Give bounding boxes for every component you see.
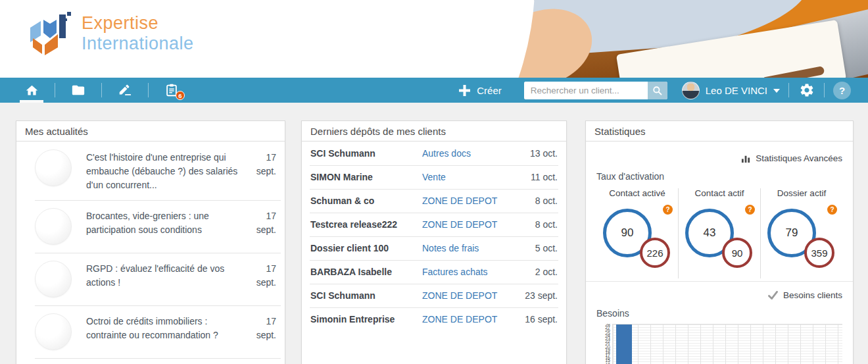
gauge-help-icon[interactable]: ? — [663, 205, 673, 215]
news-item-date: 17 sept. — [249, 151, 276, 192]
news-item[interactable]: Coronavirus (COVID-19) et Outre-mer : qu… — [16, 358, 285, 364]
user-menu[interactable]: Leo DE VINCI — [682, 82, 780, 99]
divider — [586, 281, 853, 282]
deposit-doc-link[interactable]: Notes de frais — [422, 242, 516, 253]
user-name: Leo DE VINCI — [706, 85, 767, 96]
gauge-contact-active: Contact activé 90 226 ? — [596, 188, 678, 278]
client-search — [524, 82, 667, 99]
search-button[interactable] — [648, 82, 667, 99]
deposit-client[interactable]: SIMON Marine — [310, 171, 422, 182]
gauge-secondary-value: 90 — [722, 238, 752, 268]
news-panel: Mes actualités C'est l'histoire d'une en… — [16, 120, 285, 364]
needs-chart-title: Besoins — [596, 308, 842, 319]
nav-separator — [148, 83, 149, 97]
table-row: Simonin Entreprise ZONE DE DEPOT 16 sept… — [302, 307, 566, 331]
nav-clients-folder[interactable] — [64, 78, 93, 103]
home-icon — [25, 84, 39, 97]
nav-separator — [788, 83, 789, 97]
gauge-contact-actif: Contact actif 43 90 ? — [678, 188, 760, 278]
deposit-doc-link[interactable]: ZONE DE DEPOT — [422, 290, 516, 301]
deposit-client[interactable]: Testcrea release222 — [310, 219, 422, 230]
news-item-title: RGPD : évaluez l'efficacité de vos actio… — [86, 262, 242, 290]
gauge-label: Contact actif — [679, 188, 760, 198]
deposit-date: 2 oct. — [516, 266, 558, 278]
deposit-client[interactable]: SCI Schumann — [310, 290, 422, 301]
gauge-secondary-value: 226 — [640, 238, 670, 268]
table-row: SCI Schumann Autres docs 13 oct. — [302, 142, 566, 165]
nav-tasks[interactable]: 6 — [157, 78, 186, 103]
nav-home[interactable] — [17, 78, 46, 103]
brand-logo-icon — [30, 11, 71, 57]
brand-logo[interactable]: Expertise Internationale — [30, 11, 194, 57]
needs-chart-plot — [612, 324, 842, 364]
main-navbar: 6 Créer Leo DE VINCI ? — [0, 78, 868, 103]
header-photo — [429, 0, 868, 78]
news-item-date: 17 sept. — [249, 262, 276, 290]
deposit-doc-link[interactable]: ZONE DE DEPOT — [422, 195, 516, 206]
deposit-doc-link[interactable]: Autres docs — [422, 147, 516, 159]
question-mark-icon: ? — [839, 85, 845, 96]
needs-legend-toggle[interactable]: Besoins clients — [596, 290, 842, 300]
brand-name-line2: Internationale — [82, 34, 194, 54]
table-row: BARBAZA Isabelle Factures achats 2 oct. — [302, 260, 566, 284]
deposit-client[interactable]: Dossier client 100 — [310, 242, 422, 253]
deposits-panel-title: Derniers dépôts de mes clients — [302, 121, 566, 142]
advanced-stats-link[interactable]: Statistiques Avancées — [596, 153, 842, 163]
gauge-dossier-actif: Dossier actif 79 359 ? — [760, 188, 842, 278]
create-button[interactable]: Créer — [459, 85, 502, 96]
nav-signature[interactable] — [110, 78, 139, 103]
news-item[interactable]: Brocantes, vide-greniers : une participa… — [16, 200, 285, 253]
bar-chart-icon — [741, 153, 751, 163]
search-input[interactable] — [524, 82, 648, 99]
deposit-date: 13 oct. — [516, 147, 558, 160]
stats-panel-title: Statistiques — [586, 121, 853, 142]
news-item-title: Brocantes, vide-greniers : une participa… — [86, 209, 242, 237]
deposit-client[interactable]: SCI Schumann — [310, 147, 422, 159]
news-thumbnail — [35, 261, 72, 298]
deposit-doc-link[interactable]: Factures achats — [422, 266, 516, 277]
needs-legend-label: Besoins clients — [783, 290, 842, 300]
page-header: Expertise Internationale — [0, 0, 868, 78]
news-panel-title: Mes actualités — [16, 121, 285, 142]
news-item[interactable]: Octroi de crédits immobiliers : contrain… — [16, 305, 285, 358]
deposit-doc-link[interactable]: Vente — [422, 171, 516, 182]
gauge-help-icon[interactable]: ? — [745, 205, 755, 215]
needs-chart: 282726252423222120191817161514 — [596, 324, 842, 364]
gauge-help-icon[interactable]: ? — [827, 205, 837, 215]
help-button[interactable]: ? — [833, 82, 851, 99]
deposit-date: 23 sept. — [516, 290, 558, 302]
needs-chart-bar[interactable] — [616, 325, 632, 364]
signature-icon — [118, 83, 132, 97]
deposit-date: 16 sept. — [516, 313, 558, 326]
news-thumbnail — [35, 313, 72, 350]
nav-separator — [824, 83, 825, 97]
deposit-doc-link[interactable]: ZONE DE DEPOT — [422, 313, 516, 325]
deposit-client[interactable]: Simonin Entreprise — [310, 313, 422, 325]
user-avatar — [682, 82, 700, 99]
news-thumbnail — [35, 149, 72, 186]
gauges-row: Contact activé 90 226 ? Contact actif 43… — [596, 188, 842, 278]
table-row: Schuman & co ZONE DE DEPOT 8 oct. — [302, 189, 566, 213]
table-row: Dossier client 100 Notes de frais 5 oct. — [302, 236, 566, 260]
gear-icon — [799, 82, 815, 98]
deposit-date: 8 oct. — [516, 195, 558, 207]
deposit-doc-link[interactable]: ZONE DE DEPOT — [422, 219, 516, 230]
activation-rate-label: Taux d'activation — [596, 171, 842, 182]
news-item[interactable]: C'est l'histoire d'une entreprise qui em… — [16, 142, 285, 200]
deposit-client[interactable]: BARBAZA Isabelle — [310, 266, 422, 277]
news-item-title: Octroi de crédits immobiliers : contrain… — [86, 315, 242, 342]
settings-button[interactable] — [798, 82, 815, 99]
folder-icon — [71, 83, 85, 97]
deposit-client[interactable]: Schuman & co — [310, 195, 422, 206]
deposit-date: 8 oct. — [516, 219, 558, 231]
table-row: Testcrea release222 ZONE DE DEPOT 8 oct. — [302, 213, 566, 236]
tasks-count-badge: 6 — [176, 91, 185, 100]
stats-panel: Statistiques Statistiques Avancées Taux … — [585, 120, 854, 364]
plus-icon — [459, 85, 470, 96]
news-item[interactable]: RGPD : évaluez l'efficacité de vos actio… — [16, 253, 285, 305]
news-item-date: 17 sept. — [249, 209, 276, 237]
table-row: SIMON Marine Vente 11 oct. — [302, 165, 566, 189]
nav-separator — [101, 83, 102, 97]
news-thumbnail — [35, 208, 72, 245]
gauge-label: Dossier actif — [761, 188, 842, 198]
